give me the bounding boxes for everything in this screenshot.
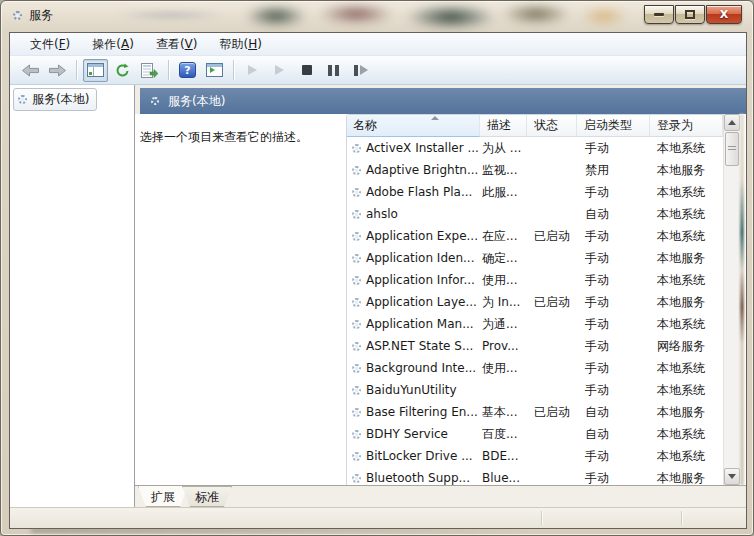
services-pane: 服务(本地) 选择一个项目来查看它的描述。 名称 描述 状态 启动类型: [135, 85, 746, 507]
service-description: 为从 ...: [480, 140, 527, 157]
service-status: 已启动: [527, 228, 577, 245]
menu-item[interactable]: 查看(V): [146, 34, 208, 55]
vertical-scrollbar[interactable]: [723, 114, 740, 485]
service-name: Application Infor...: [366, 273, 475, 287]
show-action-pane-button[interactable]: [202, 59, 227, 82]
help-button[interactable]: ?: [175, 59, 200, 82]
export-list-button[interactable]: [137, 59, 162, 82]
stop-icon: [302, 65, 312, 75]
console-tree-pane: 服务(本地): [10, 85, 135, 507]
service-gear-icon: [352, 430, 361, 439]
resume-service-button[interactable]: [267, 59, 292, 82]
menu-item[interactable]: 文件(F): [20, 34, 80, 55]
status-bar: [10, 507, 746, 528]
service-description: 使用...: [480, 272, 527, 289]
table-row[interactable]: Bluetooth Supp... Blue... 手动 本地服务: [347, 467, 723, 485]
table-row[interactable]: Application Iden... 确定... 手动 本地服务: [347, 247, 723, 269]
table-row[interactable]: BaiduYunUtility 手动 本地系统: [347, 379, 723, 401]
service-name: BitLocker Drive ...: [366, 449, 473, 463]
table-row[interactable]: Adobe Flash Pla... 此服... 手动 本地系统: [347, 181, 723, 203]
service-gear-icon: [352, 254, 361, 263]
column-header-logon-as[interactable]: 登录为: [650, 115, 723, 137]
table-row[interactable]: ASP.NET State S... Prov... 手动 网络服务: [347, 335, 723, 357]
minimize-button[interactable]: [644, 5, 674, 24]
toolbar: ?: [10, 56, 746, 85]
service-description: Prov...: [480, 339, 527, 353]
view-tab-扩展[interactable]: 扩展: [138, 486, 188, 507]
service-startup-type: 手动: [577, 448, 650, 465]
list-header: 名称 描述 状态 启动类型 登录为: [347, 115, 723, 137]
close-button[interactable]: X: [706, 5, 742, 24]
minimize-icon: [654, 13, 664, 16]
service-description: 使用...: [480, 360, 527, 377]
show-console-tree-button[interactable]: [83, 59, 108, 82]
service-startup-type: 手动: [577, 228, 650, 245]
back-arrow-icon: [21, 64, 40, 77]
services-list: 名称 描述 状态 启动类型 登录为 ActiveX Installer ... …: [346, 114, 723, 485]
pause-service-button[interactable]: [321, 59, 346, 82]
service-gear-icon: [352, 342, 361, 351]
table-row[interactable]: Background Inte... 使用... 手动 本地系统: [347, 357, 723, 379]
service-gear-icon: [352, 298, 361, 307]
service-logon-as: 本地服务: [650, 162, 723, 179]
services-header-icon: [151, 97, 159, 105]
start-service-button[interactable]: [240, 59, 265, 82]
services-header-band: 服务(本地): [140, 88, 746, 114]
table-row[interactable]: Application Expe... 在应... 已启动 手动 本地系统: [347, 225, 723, 247]
table-row[interactable]: Application Man... 为通... 手动 本地系统: [347, 313, 723, 335]
start-icon: [248, 65, 257, 75]
menu-item[interactable]: 帮助(H): [209, 34, 271, 55]
table-row[interactable]: Application Infor... 使用... 手动 本地系统: [347, 269, 723, 291]
scroll-down-button[interactable]: [724, 468, 740, 485]
forward-button[interactable]: [45, 59, 70, 82]
table-row[interactable]: Base Filtering En... 基本... 已启动 自动 本地服务: [347, 401, 723, 423]
service-description: BDE...: [480, 449, 527, 463]
service-startup-type: 手动: [577, 272, 650, 289]
service-name: Adaptive Brightn...: [366, 163, 478, 177]
column-header-status[interactable]: 状态: [527, 115, 577, 137]
scrollbar-thumb[interactable]: [725, 132, 739, 166]
service-startup-type: 手动: [577, 360, 650, 377]
service-gear-icon: [352, 408, 361, 417]
service-name: Adobe Flash Pla...: [366, 185, 472, 199]
scroll-down-icon: [728, 474, 736, 479]
column-header-startup-type[interactable]: 启动类型: [577, 115, 650, 137]
close-icon: X: [720, 8, 728, 21]
menu-item[interactable]: 操作(A): [82, 34, 144, 55]
table-row[interactable]: Application Laye... 为 In... 已启动 手动 本地服务: [347, 291, 723, 313]
service-gear-icon: [352, 364, 361, 373]
service-name: Application Iden...: [366, 251, 474, 265]
service-description: 此服...: [480, 184, 527, 201]
action-pane-icon: [206, 63, 223, 77]
stop-service-button[interactable]: [294, 59, 319, 82]
table-row[interactable]: BitLocker Drive ... BDE... 手动 本地系统: [347, 445, 723, 467]
aero-glass-blur: [236, 3, 646, 30]
service-logon-as: 本地系统: [650, 448, 723, 465]
services-window: 服务 X 文件(F)操作(A)查看(V)帮助(H): [0, 0, 754, 536]
table-row[interactable]: ActiveX Installer ... 为从 ... 手动 本地系统: [347, 137, 723, 159]
back-button[interactable]: [18, 59, 43, 82]
maximize-button[interactable]: [675, 5, 705, 24]
table-row[interactable]: BDHY Service 百度... 自动 本地系统: [347, 423, 723, 445]
sidebar-item-services-local[interactable]: 服务(本地): [13, 88, 97, 111]
scrollbar-track[interactable]: [724, 167, 740, 468]
view-tab-标准[interactable]: 标准: [182, 486, 232, 507]
service-logon-as: 本地系统: [650, 272, 723, 289]
table-row[interactable]: ahslo 自动 本地系统: [347, 203, 723, 225]
restart-service-button[interactable]: [348, 59, 373, 82]
refresh-button[interactable]: [110, 59, 135, 82]
column-header-description[interactable]: 描述: [480, 115, 527, 137]
menu-bar: 文件(F)操作(A)查看(V)帮助(H): [10, 33, 746, 56]
service-logon-as: 本地服务: [650, 250, 723, 267]
toolbar-separator: [168, 60, 169, 80]
service-description: 为通...: [480, 316, 527, 333]
service-name: Base Filtering En...: [366, 405, 478, 419]
scrollbar-grip-icon: [728, 146, 736, 152]
column-header-name[interactable]: 名称: [347, 115, 480, 137]
scroll-up-button[interactable]: [724, 114, 740, 131]
restart-icon: [354, 65, 368, 76]
table-row[interactable]: Adaptive Brightn... 监视... 禁用 本地服务: [347, 159, 723, 181]
services-app-icon: [13, 11, 22, 20]
service-logon-as: 本地系统: [650, 360, 723, 377]
titlebar: 服务: [13, 7, 53, 24]
